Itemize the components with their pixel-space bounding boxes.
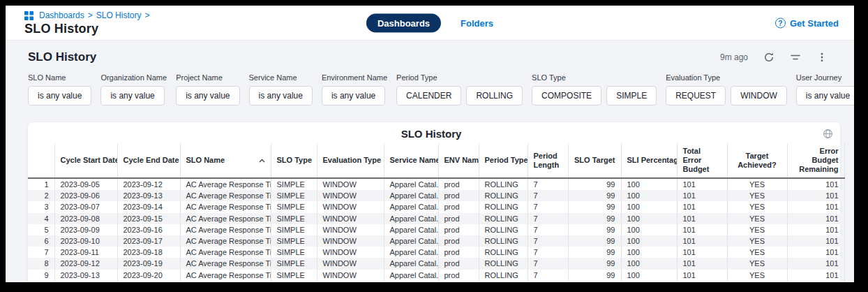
globe-icon[interactable] bbox=[823, 129, 833, 139]
column-header[interactable]: Total Error Budget bbox=[677, 143, 727, 178]
view-tabs: Dashboards Folders bbox=[366, 13, 493, 32]
table-cell: WINDOW bbox=[317, 270, 384, 281]
table-row[interactable]: 72023-09-112023-09-18AC Average Response… bbox=[28, 247, 844, 258]
tab-folders[interactable]: Folders bbox=[461, 17, 493, 28]
column-header[interactable]: SLO Target bbox=[568, 143, 621, 178]
table-row[interactable]: 62023-09-102023-09-17AC Average Response… bbox=[28, 235, 844, 247]
table-cell: 101 bbox=[677, 247, 727, 258]
filter-group: Organization Nameis any value bbox=[100, 73, 167, 105]
filter-group: Evaluation TypeREQUESTWINDOW bbox=[666, 73, 787, 105]
table-cell: AC Average Response Time bbox=[180, 281, 271, 282]
table-cell: Apparel Catal... bbox=[384, 270, 438, 281]
row-number-cell: 5 bbox=[28, 224, 54, 235]
breadcrumb-separator: > bbox=[144, 10, 149, 20]
table-cell: Apparel Catal... bbox=[384, 224, 438, 235]
breadcrumb-item-slo-history[interactable]: SLO History bbox=[96, 10, 142, 20]
table-cell: 2023-09-06 bbox=[54, 190, 117, 201]
table-row[interactable]: 42023-09-082023-09-15AC Average Response… bbox=[28, 213, 844, 224]
slo-table: Cycle Start DateCycle End DateSLO NameSL… bbox=[28, 143, 845, 282]
table-cell: ROLLING bbox=[479, 224, 527, 235]
table-row[interactable]: 12023-09-052023-09-12AC Average Response… bbox=[28, 178, 844, 190]
filter-label: Organization Name bbox=[100, 73, 167, 82]
table-cell: 101 bbox=[787, 224, 844, 235]
column-header[interactable]: SLI Percentage bbox=[621, 143, 677, 178]
filter-label: Period Type bbox=[396, 73, 523, 82]
column-header[interactable]: Error Budget Remaining bbox=[787, 143, 844, 178]
table-cell: 99 bbox=[568, 247, 621, 258]
filter-label: SLO Type bbox=[532, 73, 657, 82]
breadcrumb-item-dashboards[interactable]: Dashboards bbox=[39, 10, 84, 20]
filter-group: Environment Nameis any value bbox=[322, 73, 387, 105]
filter-group: User Journeyis any value bbox=[796, 73, 854, 105]
filter-chip[interactable]: SIMPLE bbox=[606, 86, 657, 105]
table-cell: 7 bbox=[527, 235, 568, 247]
filter-group: Service Nameis any value bbox=[249, 73, 313, 105]
column-header[interactable]: ENV Name bbox=[438, 143, 479, 178]
table-cell: ROLLING bbox=[479, 270, 527, 281]
filter-label: Project Name bbox=[176, 73, 239, 82]
table-cell: Apparel Catal... bbox=[384, 201, 438, 212]
table-cell: AC Average Response Time bbox=[180, 201, 271, 212]
sort-ascending-icon bbox=[259, 156, 265, 165]
table-row[interactable]: 32023-09-072023-09-14AC Average Response… bbox=[28, 201, 844, 212]
filter-chip[interactable]: is any value bbox=[100, 86, 164, 105]
help-icon: ? bbox=[775, 17, 786, 28]
filter-chip[interactable]: is any value bbox=[28, 86, 91, 105]
table-row[interactable]: 82023-09-122023-09-19AC Average Response… bbox=[28, 258, 844, 269]
table-cell: 100 bbox=[621, 190, 677, 201]
table-cell: prod bbox=[438, 224, 479, 235]
filter-chip[interactable]: is any value bbox=[322, 86, 385, 105]
table-cell: ROLLING bbox=[479, 201, 527, 212]
breadcrumb: Dashboards > SLO History > SLO History bbox=[24, 10, 149, 36]
get-started-label: Get Started bbox=[790, 17, 839, 28]
table-row[interactable]: 92023-09-132023-09-20AC Average Response… bbox=[28, 270, 844, 281]
row-number-cell: 7 bbox=[28, 247, 54, 258]
filter-chip[interactable]: is any value bbox=[796, 86, 854, 105]
column-header[interactable]: SLO Type bbox=[271, 143, 317, 178]
column-header[interactable]: Evaluation Type bbox=[317, 143, 384, 178]
table-cell: WINDOW bbox=[317, 281, 384, 282]
table-cell: 99 bbox=[568, 258, 621, 269]
more-options-kebab-icon[interactable] bbox=[816, 52, 828, 63]
column-header[interactable]: Target Achieved? bbox=[727, 143, 787, 178]
refresh-icon[interactable] bbox=[763, 52, 775, 63]
column-header[interactable]: SLO Name bbox=[180, 143, 271, 178]
column-header[interactable]: Cycle End Date bbox=[117, 143, 180, 178]
column-header[interactable]: Period Type bbox=[479, 143, 527, 178]
filter-chip[interactable]: CALENDER bbox=[396, 86, 461, 105]
filter-chip[interactable]: REQUEST bbox=[666, 86, 726, 105]
column-header[interactable]: Cycle Start Date bbox=[54, 143, 117, 178]
table-cell: 101 bbox=[787, 281, 844, 282]
table-cell: 2023-09-14 bbox=[117, 201, 180, 212]
get-started-link[interactable]: ? Get Started bbox=[775, 17, 839, 28]
table-cell: 100 bbox=[621, 281, 677, 282]
filter-chip[interactable]: WINDOW bbox=[731, 86, 787, 105]
table-cell: 2023-09-21 bbox=[117, 281, 180, 282]
table-row[interactable]: 102023-09-142023-09-21AC Average Respons… bbox=[28, 281, 844, 282]
table-cell: WINDOW bbox=[317, 213, 384, 224]
column-header[interactable]: Period Length bbox=[527, 143, 568, 178]
table-cell: YES bbox=[727, 224, 787, 235]
filter-chip[interactable]: is any value bbox=[176, 86, 239, 105]
table-cell: 101 bbox=[787, 258, 844, 269]
column-header[interactable] bbox=[28, 143, 54, 178]
dashboards-grid-icon bbox=[24, 11, 33, 20]
filter-chip[interactable]: COMPOSITE bbox=[532, 86, 601, 105]
table-cell: 99 bbox=[568, 281, 621, 282]
breadcrumb-separator: > bbox=[88, 10, 93, 20]
table-cell: 2023-09-19 bbox=[117, 258, 180, 269]
table-cell: SIMPLE bbox=[271, 281, 317, 282]
filters-toggle-icon[interactable] bbox=[790, 52, 801, 63]
table-cell: 99 bbox=[568, 178, 621, 190]
table-cell: 2023-09-08 bbox=[54, 213, 117, 224]
row-number-cell: 6 bbox=[28, 235, 54, 247]
table-cell: 2023-09-05 bbox=[54, 178, 117, 190]
column-header[interactable]: Service Name bbox=[384, 143, 438, 178]
table-row[interactable]: 22023-09-062023-09-13AC Average Response… bbox=[28, 190, 844, 201]
table-row[interactable]: 52023-09-092023-09-16AC Average Response… bbox=[28, 224, 844, 235]
filter-chip[interactable]: ROLLING bbox=[466, 86, 523, 105]
tab-dashboards[interactable]: Dashboards bbox=[366, 13, 441, 32]
table-cell: SIMPLE bbox=[271, 270, 317, 281]
dashboard-title: SLO History bbox=[28, 50, 96, 64]
filter-chip[interactable]: is any value bbox=[249, 86, 313, 105]
